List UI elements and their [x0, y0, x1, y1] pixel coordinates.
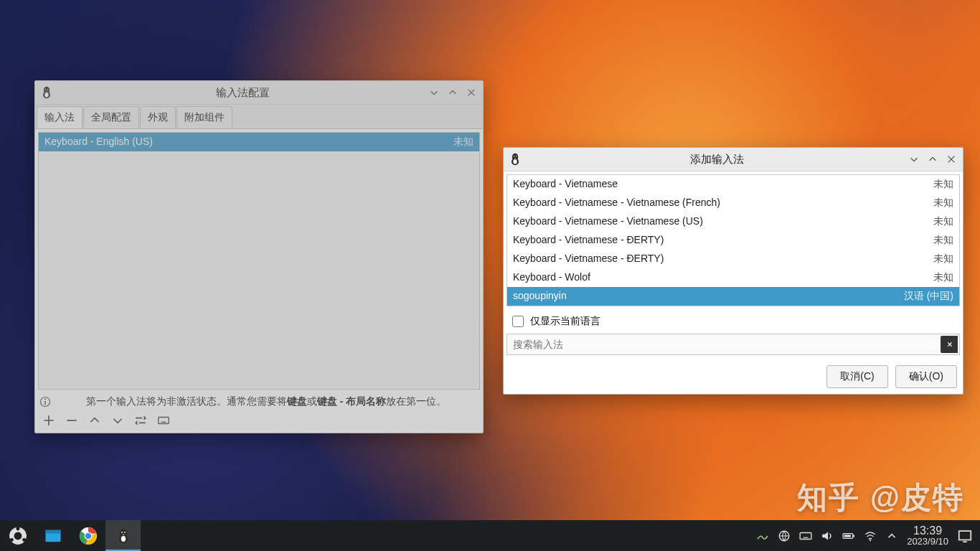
svg-point-2 [44, 93, 48, 98]
item-status: 未知 [933, 178, 953, 191]
tray-wifi-icon[interactable] [864, 529, 877, 542]
item-name: Keyboard - Vietnamese - ĐERTY) [513, 234, 664, 247]
svg-point-29 [121, 532, 123, 533]
list-item[interactable]: Keyboard - Vietnamese - Vietnamese (Fren… [507, 194, 959, 212]
only-current-language-label[interactable]: 仅显示当前语言 [530, 315, 600, 328]
svg-point-37 [870, 540, 871, 541]
item-status: 未知 [453, 136, 473, 149]
taskbar-clock[interactable]: 13:39 2023/9/10 [907, 524, 948, 547]
item-name: Keyboard - Wolof [513, 271, 590, 284]
configure-button[interactable] [134, 414, 147, 427]
penguin-icon [39, 85, 54, 100]
svg-rect-38 [959, 531, 971, 540]
svg-rect-22 [45, 529, 60, 533]
svg-point-17 [14, 532, 22, 540]
svg-point-4 [47, 89, 49, 90]
svg-point-19 [22, 537, 26, 541]
info-icon [39, 396, 51, 408]
list-item[interactable]: sogoupinyin汉语 (中国) [507, 287, 959, 306]
svg-point-28 [121, 536, 125, 542]
clear-search-button[interactable] [941, 336, 958, 353]
svg-rect-7 [44, 401, 46, 405]
show-desktop-button[interactable] [957, 528, 973, 544]
add-button[interactable] [42, 414, 55, 427]
remove-button[interactable] [65, 414, 78, 427]
tray-volume-icon[interactable] [821, 529, 834, 542]
item-status: 未知 [933, 197, 953, 209]
item-name: Keyboard - Vietnamese - Vietnamese (Fren… [513, 197, 720, 209]
item-name: Keyboard - Vietnamese - Vietnamese (US) [513, 215, 703, 228]
list-item[interactable]: Keyboard - English (US)未知 [39, 133, 479, 151]
input-method-config-window: 输入法配置 输入法全局配置外观附加组件 Keyboard - English (… [34, 80, 484, 433]
svg-rect-36 [844, 534, 851, 537]
item-status: 汉语 (中国) [904, 290, 953, 303]
list-item[interactable]: Keyboard - Vietnamese未知 [507, 175, 959, 194]
minimize-button[interactable] [427, 85, 441, 100]
item-name: Keyboard - Vietnamese [513, 178, 618, 191]
svg-rect-33 [800, 532, 811, 539]
file-manager-button[interactable] [35, 520, 70, 551]
taskbar: 13:39 2023/9/10 [0, 520, 980, 551]
maximize-button[interactable] [446, 85, 460, 100]
svg-point-3 [45, 89, 47, 90]
tab-3[interactable]: 附加组件 [176, 106, 232, 128]
keyboard-button[interactable] [157, 414, 170, 427]
item-name: sogoupinyin [513, 290, 567, 303]
add-input-method-dialog: 添加输入法 Keyboard - Vietnamese未知Keyboard - … [503, 147, 963, 395]
config-tabs: 输入法全局配置外观附加组件 [35, 105, 483, 129]
watermark-text: 知乎 @皮特 [797, 478, 964, 518]
svg-point-12 [513, 159, 517, 164]
tray-battery-icon[interactable] [842, 529, 855, 542]
add-window-title: 添加输入法 [527, 153, 907, 166]
close-button[interactable] [464, 85, 479, 100]
item-status: 未知 [933, 253, 953, 265]
item-status: 未知 [933, 271, 953, 284]
move-up-button[interactable] [88, 414, 101, 427]
desktop: 输入法配置 输入法全局配置外观附加组件 Keyboard - English (… [0, 0, 980, 551]
ok-button[interactable]: 确认(O) [895, 365, 957, 388]
item-name: Keyboard - English (US) [44, 136, 153, 149]
app-launcher-button[interactable] [0, 520, 35, 551]
tray-keyboard-icon[interactable] [799, 529, 812, 542]
svg-point-14 [516, 156, 517, 157]
list-item[interactable]: Keyboard - Vietnamese - Vietnamese (US)未… [507, 212, 959, 231]
search-row [507, 334, 960, 355]
minimize-button[interactable] [907, 152, 921, 166]
tab-0[interactable]: 输入法 [37, 106, 83, 128]
svg-point-30 [124, 532, 126, 533]
search-input[interactable] [507, 334, 939, 354]
available-input-methods-list[interactable]: Keyboard - Vietnamese未知Keyboard - Vietna… [507, 174, 960, 306]
svg-point-18 [16, 527, 19, 530]
svg-point-13 [514, 156, 515, 157]
close-button[interactable] [944, 152, 958, 166]
dialog-buttons: 取消(C) 确认(O) [504, 359, 963, 394]
svg-rect-9 [159, 418, 169, 424]
cancel-button[interactable]: 取消(C) [826, 365, 887, 388]
maximize-button[interactable] [925, 152, 940, 166]
list-item[interactable]: Keyboard - Vietnamese - ĐERTY)未知 [507, 250, 959, 268]
config-window-titlebar[interactable]: 输入法配置 [35, 81, 483, 105]
config-toolbar [35, 410, 483, 433]
config-window-title: 输入法配置 [58, 86, 427, 100]
fcitx-config-taskbar-button[interactable] [105, 520, 141, 551]
tab-1[interactable]: 全局配置 [83, 106, 139, 128]
tray-misc-icon[interactable] [756, 529, 769, 542]
input-method-list[interactable]: Keyboard - English (US)未知 [38, 132, 480, 390]
only-current-language-row[interactable]: 仅显示当前语言 [504, 309, 963, 334]
clock-time: 13:39 [913, 524, 942, 537]
taskbar-launchers [0, 520, 141, 551]
list-item[interactable]: Keyboard - Wolof未知 [507, 268, 959, 287]
only-current-language-checkbox[interactable] [512, 316, 524, 327]
chrome-button[interactable] [70, 520, 105, 551]
tray-expand-icon[interactable] [885, 529, 898, 542]
list-item[interactable]: Keyboard - Vietnamese - ĐERTY)未知 [507, 231, 959, 250]
svg-point-8 [44, 399, 46, 400]
move-down-button[interactable] [111, 414, 124, 427]
hint-text: 第一个输入法将为非激活状态。通常您需要将键盘或键盘 - 布局名称放在第一位。 [54, 395, 479, 408]
svg-point-25 [85, 532, 90, 538]
tab-2[interactable]: 外观 [140, 106, 176, 128]
add-window-titlebar[interactable]: 添加输入法 [504, 148, 963, 171]
item-name: Keyboard - Vietnamese - ĐERTY) [513, 253, 664, 265]
item-status: 未知 [933, 215, 953, 228]
tray-globe-icon[interactable] [778, 529, 791, 542]
